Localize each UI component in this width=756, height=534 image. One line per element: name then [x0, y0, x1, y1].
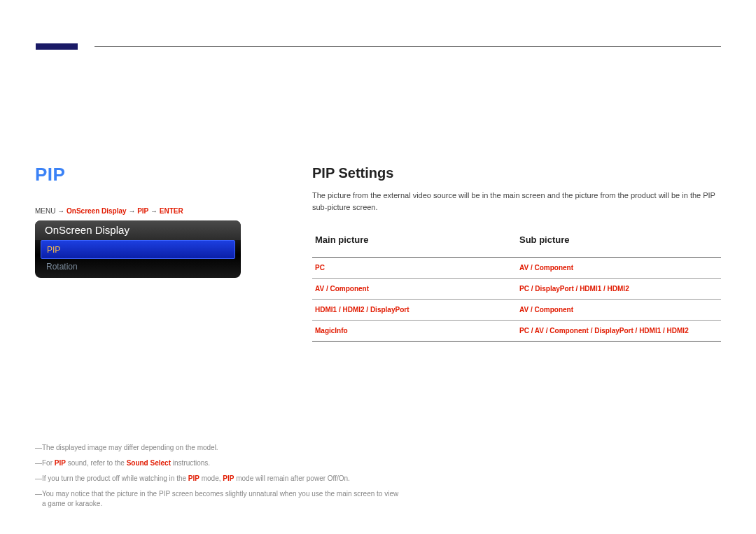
- section-heading: PIP Settings: [312, 165, 721, 181]
- footnote: ― If you turn the product off while watc…: [35, 474, 399, 484]
- footnote-text: If you turn the product off while watchi…: [42, 474, 399, 484]
- dash-icon: ―: [35, 443, 42, 453]
- breadcrumb-onscreen-display: OnScreen Display: [66, 207, 127, 215]
- section-description: The picture from the external video sour…: [312, 190, 721, 213]
- cell-main: MagicInfo: [312, 321, 517, 341]
- accent-bar: [36, 43, 78, 50]
- breadcrumb-arrow: →: [57, 207, 66, 215]
- cell-sub: AV / Component: [517, 258, 721, 278]
- content-columns: PIP MENU → OnScreen Display → PIP → ENTE…: [35, 164, 721, 342]
- panel-title: OnScreen Display: [35, 220, 241, 240]
- column-sub-picture: Sub picture: [517, 228, 721, 251]
- breadcrumb-arrow: →: [128, 207, 137, 215]
- footnote-text: You may notice that the picture in the P…: [42, 489, 399, 509]
- footnote-seg: instructions.: [171, 459, 210, 467]
- cell-main: PC: [312, 258, 517, 278]
- page-title: PIP: [35, 164, 272, 185]
- cell-sub: AV / Component: [517, 300, 721, 320]
- footnote-seg: sound, refer to the: [66, 459, 127, 467]
- cell-sub: PC / DisplayPort / HDMI1 / HDMI2: [517, 279, 721, 299]
- footnote-hl: Sound Select: [127, 459, 171, 467]
- page: PIP MENU → OnScreen Display → PIP → ENTE…: [0, 0, 756, 534]
- breadcrumb-arrow: →: [150, 207, 160, 215]
- footnote-hl: PIP: [55, 459, 66, 467]
- cell-main: AV / Component: [312, 279, 517, 299]
- footnote-seg: mode,: [200, 475, 223, 482]
- table-row: AV / Component PC / DisplayPort / HDMI1 …: [312, 279, 721, 300]
- dash-icon: ―: [35, 474, 42, 484]
- osd-panel: OnScreen Display PIP Rotation: [35, 220, 241, 278]
- column-main-picture: Main picture: [312, 228, 517, 251]
- cell-sub: PC / AV / Component / DisplayPort / HDMI…: [517, 321, 721, 341]
- dash-icon: ―: [35, 489, 42, 509]
- footnote: ― For PIP sound, refer to the Sound Sele…: [35, 458, 399, 468]
- left-column: PIP MENU → OnScreen Display → PIP → ENTE…: [35, 164, 272, 278]
- footnote: ― You may notice that the picture in the…: [35, 489, 399, 509]
- menu-item-pip[interactable]: PIP: [41, 240, 235, 259]
- footnote-hl: PIP: [223, 475, 234, 482]
- footnote: ― The displayed image may differ dependi…: [35, 443, 399, 453]
- table-header: Main picture Sub picture: [312, 228, 721, 258]
- table-row: PC AV / Component: [312, 258, 721, 279]
- breadcrumb-enter: ENTER: [160, 207, 183, 215]
- breadcrumb: MENU → OnScreen Display → PIP → ENTER: [35, 207, 272, 215]
- breadcrumb-pip: PIP: [137, 207, 148, 215]
- footnote-seg: For: [42, 459, 55, 467]
- footnotes: ― The displayed image may differ dependi…: [35, 443, 399, 514]
- cell-main: HDMI1 / HDMI2 / DisplayPort: [312, 300, 517, 320]
- table-row: HDMI1 / HDMI2 / DisplayPort AV / Compone…: [312, 300, 721, 321]
- menu-icon: MENU: [35, 207, 57, 215]
- footnote-text: For PIP sound, refer to the Sound Select…: [42, 458, 399, 468]
- menu-item-rotation[interactable]: Rotation: [41, 258, 235, 276]
- footnote-seg: If you turn the product off while watchi…: [42, 475, 188, 482]
- footnote-seg: mode will remain after power Off/On.: [234, 475, 349, 482]
- footnote-text: The displayed image may differ depending…: [42, 443, 399, 453]
- horizontal-rule: [94, 46, 721, 47]
- footnote-hl: PIP: [188, 475, 200, 482]
- right-column: PIP Settings The picture from the extern…: [272, 164, 721, 342]
- dash-icon: ―: [35, 458, 42, 468]
- pip-table: Main picture Sub picture PC AV / Compone…: [312, 228, 721, 342]
- table-row: MagicInfo PC / AV / Component / DisplayP…: [312, 321, 721, 342]
